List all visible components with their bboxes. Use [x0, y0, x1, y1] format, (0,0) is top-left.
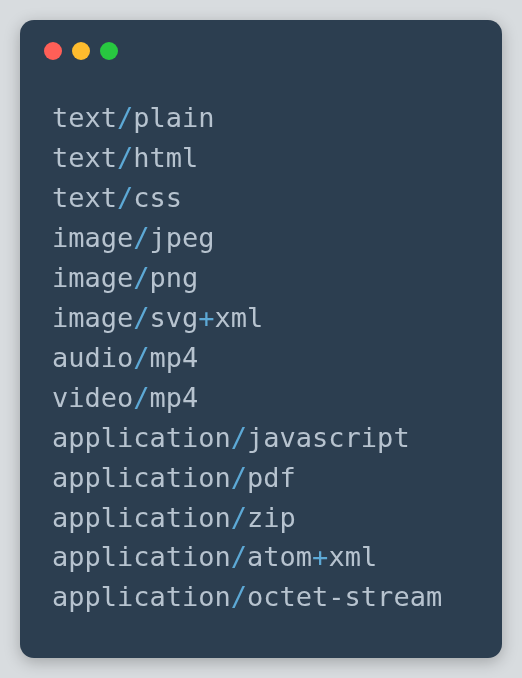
mime-type: application	[52, 581, 231, 612]
mime-type: text	[52, 182, 117, 213]
mime-type-line: audio/mp4	[52, 338, 470, 378]
slash-separator: /	[231, 541, 247, 572]
mime-subtype: zip	[247, 502, 296, 533]
slash-separator: /	[231, 502, 247, 533]
plus-separator: +	[198, 302, 214, 333]
mime-type-line: application/zip	[52, 498, 470, 538]
mime-subtype: atom	[247, 541, 312, 572]
mime-subtype: mp4	[150, 382, 199, 413]
mime-subtype: octet-stream	[247, 581, 442, 612]
slash-separator: /	[133, 222, 149, 253]
mime-suffix: xml	[328, 541, 377, 572]
mime-type: audio	[52, 342, 133, 373]
titlebar	[20, 20, 502, 70]
slash-separator: /	[133, 382, 149, 413]
terminal-window: text/plaintext/htmltext/cssimage/jpegima…	[20, 20, 502, 658]
mime-type: text	[52, 142, 117, 173]
mime-type: application	[52, 502, 231, 533]
mime-type: text	[52, 102, 117, 133]
mime-type-line: image/jpeg	[52, 218, 470, 258]
mime-suffix: xml	[215, 302, 264, 333]
mime-type: video	[52, 382, 133, 413]
mime-type-line: image/png	[52, 258, 470, 298]
mime-subtype: svg	[150, 302, 199, 333]
mime-type-line: text/css	[52, 178, 470, 218]
mime-type-line: video/mp4	[52, 378, 470, 418]
mime-subtype: javascript	[247, 422, 410, 453]
mime-subtype: html	[133, 142, 198, 173]
slash-separator: /	[117, 142, 133, 173]
mime-type-line: text/plain	[52, 98, 470, 138]
slash-separator: /	[133, 302, 149, 333]
slash-separator: /	[133, 342, 149, 373]
mime-subtype: mp4	[150, 342, 199, 373]
maximize-icon[interactable]	[100, 42, 118, 60]
slash-separator: /	[231, 462, 247, 493]
mime-type-line: image/svg+xml	[52, 298, 470, 338]
code-content: text/plaintext/htmltext/cssimage/jpegima…	[20, 70, 502, 645]
mime-type: image	[52, 302, 133, 333]
plus-separator: +	[312, 541, 328, 572]
mime-type: image	[52, 262, 133, 293]
mime-type-line: application/pdf	[52, 458, 470, 498]
mime-type: application	[52, 422, 231, 453]
slash-separator: /	[117, 102, 133, 133]
slash-separator: /	[231, 422, 247, 453]
mime-type: application	[52, 462, 231, 493]
mime-subtype: plain	[133, 102, 214, 133]
mime-subtype: jpeg	[150, 222, 215, 253]
mime-subtype: png	[150, 262, 199, 293]
mime-type: application	[52, 541, 231, 572]
mime-type-line: text/html	[52, 138, 470, 178]
mime-subtype: pdf	[247, 462, 296, 493]
minimize-icon[interactable]	[72, 42, 90, 60]
slash-separator: /	[117, 182, 133, 213]
close-icon[interactable]	[44, 42, 62, 60]
mime-type-line: application/atom+xml	[52, 537, 470, 577]
mime-type: image	[52, 222, 133, 253]
slash-separator: /	[133, 262, 149, 293]
slash-separator: /	[231, 581, 247, 612]
mime-subtype: css	[133, 182, 182, 213]
mime-type-line: application/octet-stream	[52, 577, 470, 617]
mime-type-line: application/javascript	[52, 418, 470, 458]
